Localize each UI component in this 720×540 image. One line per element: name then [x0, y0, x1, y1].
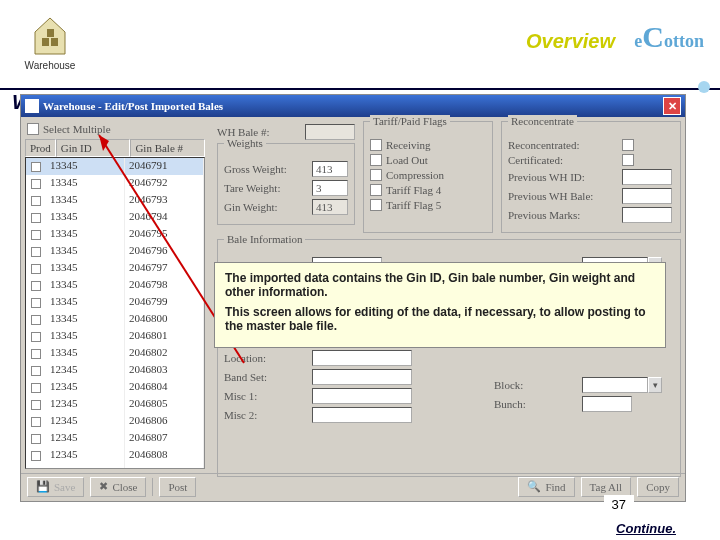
prev-whbale-field[interactable]	[622, 188, 672, 204]
grid-header: Prod Gin ID Gin Bale #	[25, 139, 205, 157]
post-button[interactable]: Post	[159, 477, 196, 497]
table-row[interactable]: 133452046792	[26, 175, 204, 192]
cert-label: Certificated:	[508, 154, 618, 166]
prev-whbale-label: Previous WH Bale:	[508, 190, 618, 202]
gross-wt-label: Gross Weight:	[224, 163, 308, 175]
tare-wt-label: Tare Weight:	[224, 182, 308, 194]
table-row[interactable]: 133452046791	[26, 158, 204, 175]
gin-wt-field[interactable]: 413	[312, 199, 348, 215]
tag-all-button[interactable]: Tag All	[581, 477, 632, 497]
close-button[interactable]: ✕	[663, 97, 681, 115]
ecotton-logo: eCotton	[634, 20, 704, 54]
lbl-compression: Compression	[386, 169, 444, 181]
callout-note: The imported data contains the Gin ID, G…	[214, 262, 666, 348]
band-set-label: Band Set:	[224, 371, 308, 383]
select-multiple-row[interactable]: Select Multiple	[25, 121, 205, 139]
gin-wt-label: Gin Weight:	[224, 201, 308, 213]
select-multiple-checkbox[interactable]	[27, 123, 39, 135]
lbl-loadout: Load Out	[386, 154, 428, 166]
lbl-flag4: Tariff Flag 4	[386, 184, 441, 196]
misc1-field[interactable]	[312, 388, 412, 404]
bunch-label: Bunch:	[494, 398, 578, 410]
table-row[interactable]: 123452046808	[26, 447, 204, 464]
callout-p2: This screen allows for editing of the da…	[225, 305, 655, 333]
prev-marks-field[interactable]	[622, 207, 672, 223]
recon-label: Reconcentrated:	[508, 139, 618, 151]
col-gin-id[interactable]: Gin ID	[56, 139, 131, 157]
chk-loadout[interactable]	[370, 154, 382, 166]
select-multiple-label: Select Multiple	[43, 123, 111, 135]
prev-whid-field[interactable]	[622, 169, 672, 185]
chk-recon[interactable]	[622, 139, 634, 151]
prev-whid-label: Previous WH ID:	[508, 171, 618, 183]
terminator-dot	[698, 81, 710, 93]
table-row[interactable]: 133452046795	[26, 226, 204, 243]
gross-wt-field[interactable]: 413	[312, 161, 348, 177]
callout-p1: The imported data contains the Gin ID, G…	[225, 271, 655, 299]
weights-title: Weights	[224, 137, 266, 149]
chk-cert[interactable]	[622, 154, 634, 166]
continue-link[interactable]: Continue.	[616, 521, 676, 536]
recon-title: Reconcentrate	[508, 115, 577, 127]
location-label: Location:	[224, 352, 308, 364]
svg-rect-3	[47, 29, 54, 37]
col-gin-bale[interactable]: Gin Bale #	[130, 139, 205, 157]
chk-flag5[interactable]	[370, 199, 382, 211]
separator	[152, 478, 153, 496]
table-row[interactable]: 123452046804	[26, 379, 204, 396]
warehouse-icon: Warehouse	[12, 12, 88, 88]
titlebar: Warehouse - Edit/Post Imported Bales ✕	[21, 95, 685, 117]
app-icon	[25, 99, 39, 113]
save-button[interactable]: 💾 Save	[27, 477, 84, 497]
table-row[interactable]: 133452046802	[26, 345, 204, 362]
slide-number: 37	[604, 495, 634, 514]
tariff-title: Tariff/Paid Flags	[370, 115, 450, 127]
table-row[interactable]: 123452046805	[26, 396, 204, 413]
svg-rect-1	[42, 38, 49, 46]
misc1-label: Misc 1:	[224, 390, 308, 402]
table-row[interactable]: 123452046806	[26, 413, 204, 430]
copy-button[interactable]: Copy	[637, 477, 679, 497]
overview-label: Overview	[526, 30, 615, 53]
bale-grid[interactable]: 1334520467911334520467921334520467931334…	[25, 157, 205, 469]
tare-wt-field[interactable]: 3	[312, 180, 348, 196]
bale-list-panel: Select Multiple Prod Gin ID Gin Bale # 1…	[21, 117, 209, 473]
table-row[interactable]: 133452046794	[26, 209, 204, 226]
table-row[interactable]: 123452046809	[26, 464, 204, 469]
table-row[interactable]: 123452046803	[26, 362, 204, 379]
table-row[interactable]: 133452046799	[26, 294, 204, 311]
table-row[interactable]: 133452046798	[26, 277, 204, 294]
block-label: Block:	[494, 379, 578, 391]
svg-rect-2	[51, 38, 58, 46]
weights-group: Weights Gross Weight:413 Tare Weight:3 G…	[217, 143, 355, 225]
slide-header: Warehouse Overview eCotton Warehouse – E…	[0, 0, 720, 90]
location-field[interactable]	[312, 350, 412, 366]
find-button[interactable]: 🔍 Find	[518, 477, 574, 497]
band-set-field[interactable]	[312, 369, 412, 385]
warehouse-icon-label: Warehouse	[12, 60, 88, 71]
table-row[interactable]: 133452046801	[26, 328, 204, 345]
chk-compression[interactable]	[370, 169, 382, 181]
tariff-group: Tariff/Paid Flags Receiving Load Out Com…	[363, 121, 493, 233]
misc2-field[interactable]	[312, 407, 412, 423]
misc2-label: Misc 2:	[224, 409, 308, 421]
close-button-bottom[interactable]: ✖ Close	[90, 477, 146, 497]
bale-info-title: Bale Information	[224, 233, 305, 245]
lbl-flag5: Tariff Flag 5	[386, 199, 441, 211]
window-title: Warehouse - Edit/Post Imported Bales	[43, 100, 223, 112]
table-row[interactable]: 133452046800	[26, 311, 204, 328]
prev-marks-label: Previous Marks:	[508, 209, 618, 221]
recon-group: Reconcentrate Reconcentrated: Certificat…	[501, 121, 681, 233]
chevron-down-icon: ▾	[648, 377, 662, 393]
table-row[interactable]: 133452046797	[26, 260, 204, 277]
table-row[interactable]: 133452046796	[26, 243, 204, 260]
wh-bale-field[interactable]	[305, 124, 355, 140]
table-row[interactable]: 123452046807	[26, 430, 204, 447]
chk-flag4[interactable]	[370, 184, 382, 196]
col-prod[interactable]: Prod	[25, 139, 56, 157]
bunch-field[interactable]	[582, 396, 632, 412]
table-row[interactable]: 133452046793	[26, 192, 204, 209]
lbl-receiving: Receiving	[386, 139, 431, 151]
chk-receiving[interactable]	[370, 139, 382, 151]
block-dd[interactable]: ▾	[582, 377, 662, 393]
